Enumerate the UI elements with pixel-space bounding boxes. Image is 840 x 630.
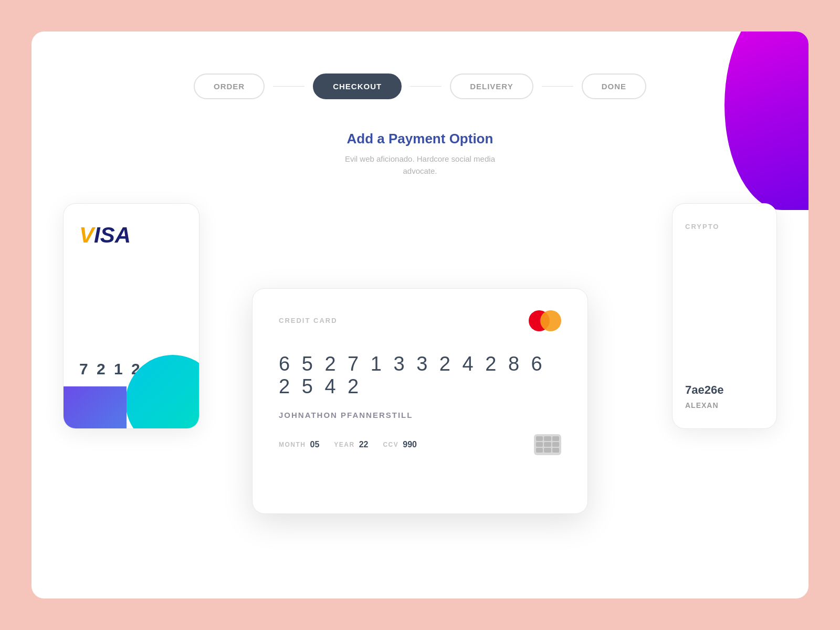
mastercard-circle-right: [540, 310, 561, 331]
ccv-value: 990: [403, 440, 417, 449]
credit-card-type-label: CREDIT CARD: [279, 317, 338, 324]
step-connector-2: [410, 86, 442, 87]
section-subtitle: Evil web aficionado. Hardcore social med…: [345, 153, 495, 177]
credit-card-chip-icon: [534, 434, 561, 455]
crypto-type-label: CRYPTO: [685, 223, 764, 230]
month-value: 05: [310, 440, 320, 449]
credit-card-month-group: MONTH 05: [279, 440, 319, 449]
visa-card-bottom-blob: [64, 386, 127, 429]
step-connector-1: [273, 86, 304, 87]
credit-card-number: 6 5 2 7 1 3 3 2 4 2 8 6 2 5 4 2: [279, 353, 561, 398]
main-container: ORDER CHECKOUT DELIVERY DONE Add a Payme…: [32, 32, 808, 598]
year-value: 22: [359, 440, 369, 449]
mastercard-logo: [529, 310, 561, 332]
visa-logo-v: V: [79, 223, 94, 247]
card-credit-card[interactable]: CREDIT CARD 6 5 2 7 1 3 3 2 4 2 8 6 2 5 …: [252, 288, 588, 514]
step-order[interactable]: ORDER: [194, 74, 265, 99]
step-connector-3: [542, 86, 573, 87]
card-visa[interactable]: VISA 7 2 1 2: [63, 203, 200, 429]
decorative-blob-top-right: [724, 32, 808, 210]
section-heading: Add a Payment Option Evil web aficionado…: [345, 131, 495, 177]
step-delivery[interactable]: DELIVERY: [450, 74, 533, 99]
ccv-label: CCV: [383, 441, 398, 448]
section-title: Add a Payment Option: [345, 131, 495, 147]
step-checkout[interactable]: CHECKOUT: [313, 74, 402, 99]
crypto-name: ALEXAN: [685, 401, 764, 410]
card-crypto[interactable]: CRYPTO 7ae26e ALEXAN: [672, 203, 777, 429]
steps-navigation: ORDER CHECKOUT DELIVERY DONE: [194, 74, 646, 99]
month-label: MONTH: [279, 441, 306, 448]
crypto-address: 7ae26e: [685, 383, 764, 397]
credit-card-expiry-row: MONTH 05 YEAR 22 CCV 990: [279, 434, 561, 455]
credit-card-header: CREDIT CARD: [279, 310, 561, 332]
credit-card-ccv-group: CCV 990: [383, 440, 417, 449]
credit-card-holder: JOHNATHON PFANNERSTILL: [279, 411, 561, 419]
visa-logo: VISA: [79, 223, 183, 248]
cards-carousel: VISA 7 2 1 2 CREDIT CARD 6 5 2 7 1 3 3 2…: [32, 203, 808, 598]
credit-card-year-group: YEAR 22: [334, 440, 368, 449]
step-done[interactable]: DONE: [582, 74, 646, 99]
year-label: YEAR: [334, 441, 354, 448]
